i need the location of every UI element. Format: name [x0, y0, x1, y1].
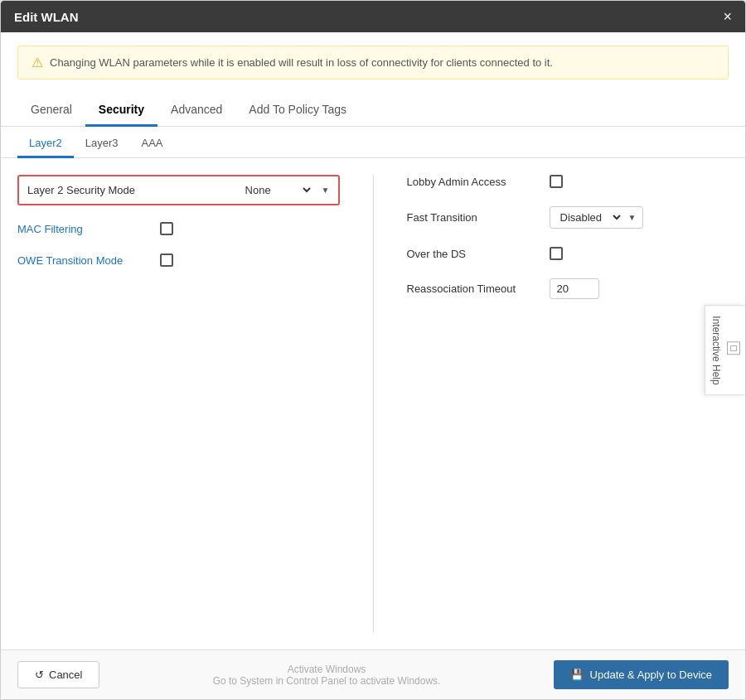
cancel-icon: ↺: [35, 669, 44, 681]
warning-icon: ⚠: [31, 55, 43, 70]
tab-layer3[interactable]: Layer3: [74, 130, 130, 158]
tab-security[interactable]: Security: [85, 94, 157, 127]
security-mode-row: Layer 2 Security Mode None WPA2 WPA3 WEP…: [17, 175, 340, 205]
tab-layer2[interactable]: Layer2: [17, 130, 74, 158]
update-icon: 💾: [570, 669, 584, 681]
security-mode-select[interactable]: None WPA2 WPA3 WEP: [239, 181, 313, 199]
watermark: Activate Windows Go to System in Control…: [213, 664, 441, 687]
cancel-button[interactable]: ↺ Cancel: [17, 661, 99, 688]
reassoc-timeout-input[interactable]: 20: [550, 278, 599, 299]
panel-divider: [373, 175, 374, 633]
over-ds-row: Over the DS: [407, 247, 729, 260]
fast-transition-select[interactable]: Disabled Enabled Adaptive: [557, 210, 623, 224]
warning-banner: ⚠ Changing WLAN parameters while it is e…: [17, 46, 729, 80]
modal-title: Edit WLAN: [14, 10, 78, 24]
security-mode-label: Layer 2 Security Mode: [27, 184, 230, 196]
interactive-help-label: Interactive Help: [710, 316, 722, 384]
edit-wlan-modal: Edit WLAN × ⚠ Changing WLAN parameters w…: [0, 0, 746, 700]
warning-text: Changing WLAN parameters while it is ena…: [50, 56, 553, 69]
footer: ↺ Cancel Activate Windows Go to System i…: [1, 649, 745, 699]
lobby-admin-checkbox[interactable]: [550, 175, 563, 188]
tab-advanced[interactable]: Advanced: [157, 94, 235, 127]
left-panel: Layer 2 Security Mode None WPA2 WPA3 WEP…: [17, 175, 340, 633]
mac-filtering-checkbox[interactable]: [160, 222, 173, 235]
fast-transition-arrow: ▼: [628, 213, 637, 222]
update-label: Update & Apply to Device: [590, 669, 712, 681]
modal-header: Edit WLAN ×: [1, 1, 745, 32]
tab-add-to-policy-tags[interactable]: Add To Policy Tags: [235, 94, 360, 127]
tab-aaa[interactable]: AAA: [130, 130, 175, 158]
main-tabs: General Security Advanced Add To Policy …: [1, 94, 745, 127]
sub-tabs: Layer2 Layer3 AAA: [1, 130, 745, 158]
cancel-label: Cancel: [49, 669, 82, 681]
mac-filtering-row: MAC Filtering: [17, 222, 340, 235]
interactive-help-icon: □: [727, 342, 740, 355]
reassoc-timeout-label: Reassociation Timeout: [407, 282, 540, 295]
tab-general[interactable]: General: [17, 94, 85, 127]
right-panel: Lobby Admin Access Fast Transition Disab…: [407, 175, 729, 633]
over-ds-label: Over the DS: [407, 248, 540, 260]
owe-transition-label: OWE Transition Mode: [17, 254, 150, 267]
fast-transition-label: Fast Transition: [407, 211, 540, 224]
fast-transition-select-box: Disabled Enabled Adaptive ▼: [550, 206, 644, 229]
owe-transition-checkbox[interactable]: [160, 253, 173, 267]
over-ds-checkbox[interactable]: [550, 247, 563, 260]
reassoc-timeout-row: Reassociation Timeout 20: [407, 278, 729, 299]
owe-transition-row: OWE Transition Mode: [17, 253, 340, 267]
close-button[interactable]: ×: [723, 9, 732, 24]
update-apply-button[interactable]: 💾 Update & Apply to Device: [554, 660, 729, 689]
content-area: Layer 2 Security Mode None WPA2 WPA3 WEP…: [1, 158, 745, 649]
lobby-admin-label: Lobby Admin Access: [407, 176, 540, 188]
fast-transition-row: Fast Transition Disabled Enabled Adaptiv…: [407, 206, 729, 229]
interactive-help-panel[interactable]: □ Interactive Help: [705, 305, 745, 395]
watermark-line1: Activate Windows: [213, 664, 441, 675]
security-mode-dropdown-arrow: ▼: [322, 186, 330, 195]
lobby-admin-row: Lobby Admin Access: [407, 175, 729, 188]
mac-filtering-label: MAC Filtering: [17, 223, 150, 235]
watermark-line2: Go to System in Control Panel to activat…: [213, 675, 441, 687]
